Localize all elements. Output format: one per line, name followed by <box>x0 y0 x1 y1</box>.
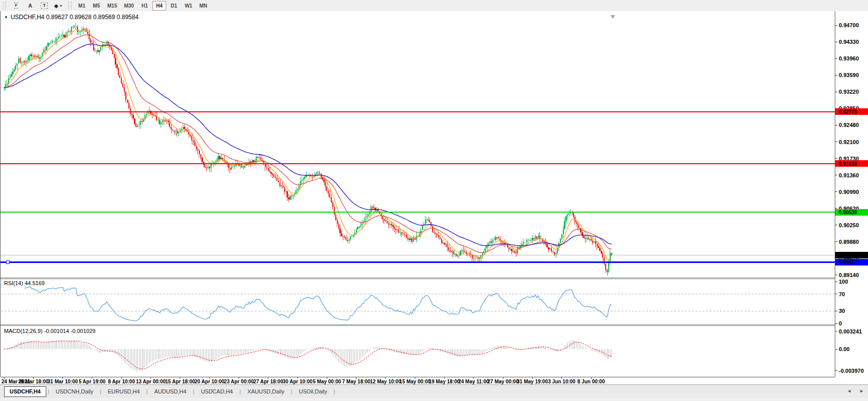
svg-text:5 May 00:00: 5 May 00:00 <box>313 379 341 384</box>
svg-text:7 May 18:00: 7 May 18:00 <box>342 379 371 384</box>
dropdown-arrow-icon[interactable]: ▼ <box>59 4 62 8</box>
svg-text:0.90250: 0.90250 <box>839 222 859 228</box>
svg-text:24 May 11:00: 24 May 11:00 <box>458 379 489 384</box>
timeframe-m15-button[interactable]: M15 <box>104 1 120 11</box>
svg-text:-0.003970: -0.003970 <box>839 368 864 374</box>
svg-text:0.92775: 0.92775 <box>839 109 857 115</box>
tab-separator: | <box>98 388 103 394</box>
timeframe-m1-button[interactable]: M1 <box>75 1 89 11</box>
svg-text:13 Apr 00:00: 13 Apr 00:00 <box>136 379 166 384</box>
svg-text:31 May 19:00: 31 May 19:00 <box>517 379 548 384</box>
svg-text:8 Apr 10:00: 8 Apr 10:00 <box>108 379 135 384</box>
line-tools-group: FAT◆▼ <box>9 1 65 10</box>
svg-text:0.91618: 0.91618 <box>839 161 857 167</box>
fibonacci-icon: F <box>14 3 19 9</box>
price-axis[interactable]: 0.947000.943300.939600.935900.932200.928… <box>835 22 859 278</box>
tabs-scroll-left-button[interactable]: ◄ <box>847 388 851 393</box>
svg-text:26 Mar 18:00: 26 Mar 18:00 <box>18 379 48 384</box>
svg-text:27 May 00:00: 27 May 00:00 <box>487 379 519 384</box>
svg-text:0.003241: 0.003241 <box>839 328 862 335</box>
svg-text:0.94330: 0.94330 <box>839 39 859 45</box>
svg-text:100: 100 <box>839 279 848 285</box>
tab-xauusd[interactable]: XAUUSD,Daily <box>242 387 289 396</box>
tabs-scroll-right-button[interactable]: ► <box>859 388 864 393</box>
time-axis[interactable]: 24 Mar 202126 Mar 18:0031 Mar 10:005 Apr… <box>2 377 605 384</box>
svg-text:0.89427: 0.89427 <box>839 259 857 265</box>
text-tool-button[interactable]: A <box>24 1 36 10</box>
text-icon: A <box>28 3 32 9</box>
svg-text:70: 70 <box>839 291 845 297</box>
svg-text:30: 30 <box>839 308 845 314</box>
label-icon: T <box>41 3 48 9</box>
svg-text:0: 0 <box>839 320 842 326</box>
svg-text:0.93220: 0.93220 <box>839 89 859 95</box>
svg-text:27 Apr 18:00: 27 Apr 18:00 <box>253 379 283 384</box>
tab-usdcnh[interactable]: USDCNH,Daily <box>51 387 99 396</box>
rsi-pane[interactable]: 10070300 <box>1 279 848 326</box>
svg-text:0.93590: 0.93590 <box>839 72 859 78</box>
svg-text:30 Apr 10:00: 30 Apr 10:00 <box>282 379 313 384</box>
tab-usdchf[interactable]: USDCHF,H4 <box>4 386 46 397</box>
timeframe-m5-button[interactable]: M5 <box>90 1 103 11</box>
tab-usoil[interactable]: USOil,Daily <box>294 387 332 396</box>
horizontal-lines[interactable]: 0.927750.916180.905390.895840.89427 <box>1 108 868 265</box>
svg-text:23 Apr 00:00: 23 Apr 00:00 <box>224 379 254 384</box>
top-toolbar: FAT◆▼ M1M5M15M30H1H4D1W1MN <box>0 0 868 12</box>
svg-text:0.90539: 0.90539 <box>839 210 857 215</box>
svg-text:0.91360: 0.91360 <box>839 172 859 178</box>
tab-separator: | <box>332 388 337 394</box>
svg-text:0.93960: 0.93960 <box>839 55 859 61</box>
macd-pane[interactable]: 0.0032410.00-0.003970 <box>4 328 864 374</box>
svg-text:31 Mar 10:00: 31 Mar 10:00 <box>48 379 78 384</box>
label-tool-button[interactable]: T <box>38 1 50 10</box>
timeframe-h1-button[interactable]: H1 <box>138 1 152 11</box>
toolbar-grip[interactable] <box>68 2 71 10</box>
tab-separator: | <box>290 388 294 394</box>
svg-text:0.89584: 0.89584 <box>839 252 857 258</box>
svg-text:0.89880: 0.89880 <box>839 239 859 245</box>
svg-text:0.89140: 0.89140 <box>839 272 859 278</box>
timeframe-h4-button[interactable]: H4 <box>153 1 166 11</box>
svg-text:0.00: 0.00 <box>839 346 849 352</box>
tab-eurusd[interactable]: EURUSD,H4 <box>103 387 145 396</box>
svg-text:0.90990: 0.90990 <box>839 189 859 195</box>
shapes-tool-button[interactable]: ◆▼ <box>52 1 64 10</box>
svg-text:19 May 18:00: 19 May 18:00 <box>429 379 460 384</box>
tabs-scroll-buttons: ◄ ► <box>847 388 864 393</box>
svg-text:5 Apr 19:00: 5 Apr 19:00 <box>79 379 106 384</box>
fibonacci-tool-button[interactable]: F <box>10 1 22 10</box>
pane-borders <box>1 11 835 377</box>
timeframe-m30-button[interactable]: M30 <box>121 1 136 11</box>
timeframe-w1-button[interactable]: W1 <box>182 1 195 11</box>
svg-text:3 Jun 10:00: 3 Jun 10:00 <box>548 379 575 384</box>
symbol-dropdown-icon[interactable]: ▼ <box>4 15 8 20</box>
timeframe-d1-button[interactable]: D1 <box>167 1 181 11</box>
chart-tabs-bar: USDCHF,H4|USDCNH,Daily|EURUSD,H4|AUDUSD,… <box>0 384 868 398</box>
svg-text:8 Jun 00:00: 8 Jun 00:00 <box>577 379 605 384</box>
candles[interactable] <box>4 23 612 276</box>
tab-separator: | <box>238 388 242 394</box>
svg-text:12 May 10:00: 12 May 10:00 <box>370 379 401 384</box>
chart-area[interactable]: 0.947000.943300.939600.935900.932200.928… <box>0 11 868 384</box>
macd-indicator-label: MACD(12,26,9) -0.001014 -0.001029 <box>4 328 96 334</box>
tab-separator: | <box>46 388 51 394</box>
svg-text:0.94700: 0.94700 <box>839 22 859 28</box>
tab-separator: | <box>191 388 196 394</box>
timeframe-group: M1M5M15M30H1H4D1W1MN <box>75 0 210 11</box>
svg-text:15 May 00:00: 15 May 00:00 <box>399 379 430 384</box>
tab-usdcad[interactable]: USDCAD,H4 <box>196 387 238 396</box>
chart-title: ▼ USDCHF,H4 0.89627 0.89628 0.89569 0.89… <box>4 14 138 21</box>
moving-averages <box>4 30 612 260</box>
rsi-indicator-label: RSI(14) 44.5169 <box>4 280 45 286</box>
chart-title-text: USDCHF,H4 0.89627 0.89628 0.89569 0.8958… <box>11 14 138 21</box>
svg-text:20 Apr 10:00: 20 Apr 10:00 <box>195 379 225 384</box>
toolbar-grip[interactable] <box>3 2 6 10</box>
tab-separator: | <box>145 388 150 394</box>
tab-audusd[interactable]: AUDUSD,H4 <box>149 387 191 396</box>
timeframe-mn-button[interactable]: MN <box>196 1 210 11</box>
shapes-icon: ◆ <box>54 3 58 9</box>
svg-text:0.92480: 0.92480 <box>839 122 859 128</box>
svg-text:0.92100: 0.92100 <box>839 139 859 145</box>
chart-shift-marker[interactable] <box>610 15 615 19</box>
svg-text:15 Apr 18:00: 15 Apr 18:00 <box>165 379 195 384</box>
